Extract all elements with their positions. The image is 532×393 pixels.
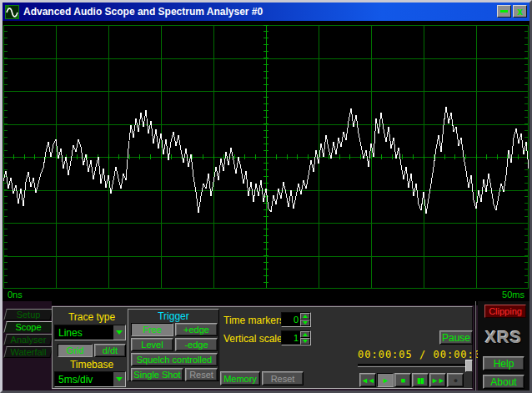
- ddt-toggle-button[interactable]: d/dt: [94, 344, 126, 357]
- pause-button[interactable]: Pause: [439, 330, 473, 345]
- waveform-icon: [5, 5, 19, 19]
- vertical-scale-label: Vertical scale: [223, 333, 283, 345]
- record-button[interactable]: ●: [447, 373, 464, 387]
- spin-down-icon[interactable]: [300, 338, 310, 345]
- trigger-reset-button[interactable]: Reset: [185, 368, 218, 381]
- time-markers-stepper[interactable]: 0: [281, 312, 311, 327]
- scope-time-axis: 0ns 50ms: [3, 290, 529, 301]
- rewind-icon: ◄◄: [361, 376, 374, 385]
- clipping-indicator: Clipping: [484, 305, 526, 318]
- playback-slider[interactable]: [358, 364, 473, 367]
- close-button[interactable]: x: [513, 5, 527, 18]
- rewind-button[interactable]: ◄◄: [359, 373, 376, 387]
- timebase-dropdown-button[interactable]: [113, 372, 125, 386]
- fast-forward-icon: ►►: [431, 376, 444, 385]
- play-icon: ►: [382, 376, 389, 385]
- minimize-button[interactable]: [497, 5, 511, 18]
- trigger-free-button[interactable]: Free: [131, 323, 173, 336]
- memory-button[interactable]: Memory: [220, 371, 260, 385]
- trigger-single-shot-button[interactable]: Single Shot: [131, 368, 183, 381]
- spin-down-icon[interactable]: [300, 320, 310, 326]
- pause-icon: ▮▮: [417, 376, 424, 385]
- app-window: Advanced Audio Scope and Spectrum Analys…: [0, 0, 532, 393]
- vertical-scale-value: 1: [294, 333, 299, 343]
- chevron-down-icon: [116, 330, 123, 335]
- trigger-minus-edge-button[interactable]: -edge: [175, 338, 218, 351]
- sidebar: Clipping XRS Help About: [478, 301, 529, 390]
- help-button[interactable]: Help: [483, 356, 524, 370]
- slider-handle[interactable]: [465, 360, 473, 372]
- trigger-squelch-button[interactable]: Squelch controlled: [131, 353, 218, 366]
- scope-display: 0ns 50ms: [3, 21, 529, 301]
- time-display: 00:00:05 / 00:00:05: [358, 349, 473, 360]
- time-markers-value: 0: [294, 315, 299, 325]
- pause-transport-button[interactable]: ▮▮: [412, 373, 429, 387]
- title-bar[interactable]: Advanced Audio Scope and Spectrum Analys…: [3, 3, 529, 21]
- about-button[interactable]: About: [483, 375, 524, 389]
- spin-up-icon[interactable]: [300, 313, 310, 320]
- scope-controls-group: Trace type Lines Grid d/dt Timebase 5ms/…: [52, 306, 473, 389]
- timebase-select[interactable]: 5ms/div: [54, 371, 126, 387]
- memory-reset-button[interactable]: Reset: [262, 371, 304, 385]
- window-title: Advanced Audio Scope and Spectrum Analys…: [23, 6, 263, 18]
- trace-type-select[interactable]: Lines: [54, 325, 126, 340]
- trigger-plus-edge-button[interactable]: +edge: [175, 323, 218, 336]
- stop-button[interactable]: ■: [394, 373, 411, 387]
- play-button[interactable]: ►: [377, 373, 394, 387]
- trace-type-value: Lines: [58, 327, 83, 339]
- time-markers-label: Time markers: [223, 315, 284, 326]
- trigger-title: Trigger: [128, 310, 218, 322]
- tab-scope[interactable]: Scope: [3, 321, 53, 333]
- record-icon: ●: [454, 376, 457, 385]
- trace-type-dropdown-button[interactable]: [113, 325, 125, 340]
- time-end-label: 50ms: [502, 290, 524, 300]
- close-icon: x: [517, 8, 523, 16]
- sidebar-divider: [474, 301, 476, 390]
- tab-analyser[interactable]: Analyser: [3, 334, 53, 345]
- minimize-icon: [500, 10, 508, 13]
- chevron-down-icon: [116, 377, 123, 381]
- timebase-label: Timebase: [58, 359, 126, 370]
- xrs-logo: XRS: [478, 328, 529, 347]
- vertical-scale-stepper[interactable]: 1: [281, 330, 311, 345]
- trigger-level-button[interactable]: Level: [131, 338, 173, 351]
- trigger-group: Trigger Free +edge Level -edge Squelch c…: [128, 309, 219, 381]
- timebase-value: 5ms/div: [58, 374, 93, 385]
- time-start-label: 0ns: [8, 290, 23, 300]
- fast-forward-button[interactable]: ►►: [429, 373, 446, 387]
- spin-up-icon[interactable]: [300, 331, 310, 338]
- stop-icon: ■: [401, 376, 404, 385]
- tab-setup[interactable]: Setup: [3, 309, 53, 320]
- scope-grid-and-trace: [3, 25, 529, 289]
- grid-toggle-button[interactable]: Grid: [58, 344, 93, 357]
- control-panel: Setup Scope Analyser Waterfall Trace typ…: [3, 301, 529, 390]
- panel-divider: [3, 301, 529, 305]
- trace-type-label: Trace type: [58, 311, 126, 323]
- tab-waterfall[interactable]: Waterfall: [3, 346, 53, 358]
